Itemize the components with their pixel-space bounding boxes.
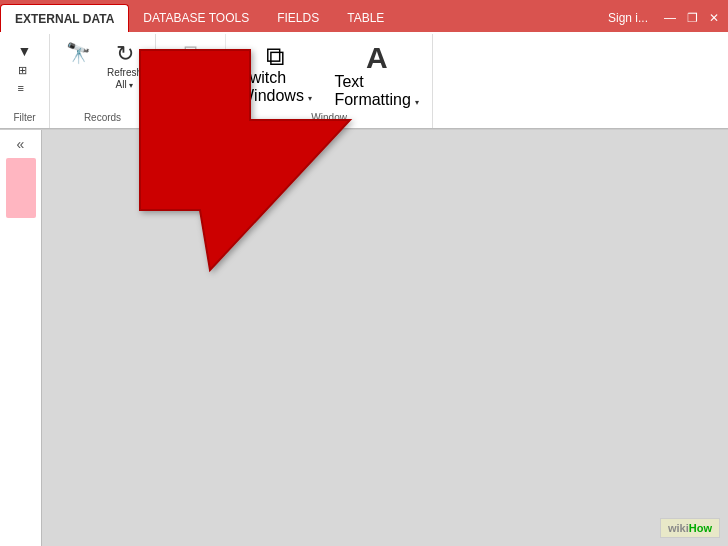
text-format-icon: A — [366, 43, 388, 73]
window-group-label: Window — [311, 112, 347, 126]
wikihow-suffix: How — [689, 522, 712, 534]
restore-button[interactable]: ❐ — [682, 9, 702, 27]
filter-buttons: ▼ ⊞ ≡ — [17, 36, 33, 112]
main-content — [42, 130, 728, 546]
switch-windows-icon: ⧉ — [266, 43, 285, 69]
content-area: « — [0, 130, 728, 546]
refresh-label: RefreshAll ▾ — [107, 67, 142, 91]
text-format-label: TextFormatting ▾ — [334, 73, 419, 109]
tab-database-tools[interactable]: DATABASE TOOLS — [129, 4, 263, 32]
records-buttons: 🔭 ↻ RefreshAll ▾ — [58, 36, 147, 112]
window-buttons: ⧉ SwitchWindows ▾ A TextFormatting ▾ — [234, 36, 424, 112]
wikihow-prefix: wiki — [668, 522, 689, 534]
left-sidebar: « — [0, 130, 42, 546]
window-controls: — ❐ ✕ — [656, 4, 728, 32]
signin-button[interactable]: Sign i... — [600, 4, 656, 32]
sidebar-collapse-button[interactable]: « — [15, 134, 27, 154]
filter-secondary-icon[interactable]: ⊞ — [17, 63, 28, 78]
refresh-all-button[interactable]: ↻ RefreshAll ▾ — [102, 40, 147, 94]
ribbon-container: EXTERNAL DATA DATABASE TOOLS FIELDS TABL… — [0, 0, 728, 130]
find-button[interactable]: 🔭 — [58, 40, 98, 68]
filter-tertiary-icon[interactable]: ≡ — [17, 81, 25, 95]
filter-icon-row: ▼ — [17, 42, 33, 60]
minimize-button[interactable]: — — [660, 9, 680, 27]
filter-tertiary-row: ≡ — [17, 81, 33, 95]
text-formatting-button[interactable]: A TextFormatting ▾ — [329, 40, 424, 112]
records-group-label: Records — [84, 112, 121, 126]
ribbon-content: ▼ ⊞ ≡ Filter 🔭 — [0, 32, 728, 129]
size-to-fit-button[interactable]: ⊡ Size toit Form — [170, 40, 211, 90]
tab-spacer — [398, 4, 600, 32]
tab-external-data[interactable]: EXTERNAL DATA — [0, 4, 129, 32]
refresh-icon: ↻ — [116, 43, 134, 65]
filter-icon[interactable]: ▼ — [17, 42, 33, 60]
ribbon-group-records: 🔭 ↻ RefreshAll ▾ Records — [50, 34, 156, 128]
ribbon-group-window: ⧉ SwitchWindows ▾ A TextFormatting ▾ Win… — [226, 34, 433, 128]
tab-fields[interactable]: FIELDS — [263, 4, 333, 32]
filter-group-label: Filter — [13, 112, 35, 126]
tab-table[interactable]: TABLE — [333, 4, 398, 32]
size-buttons: ⊡ Size toit Form — [170, 36, 211, 123]
tab-bar: EXTERNAL DATA DATABASE TOOLS FIELDS TABL… — [0, 0, 728, 32]
filter-secondary-row: ⊞ — [17, 63, 33, 78]
ribbon-group-size: ⊡ Size toit Form — [156, 34, 226, 128]
size-icon: ⊡ — [183, 43, 198, 61]
switch-windows-label: SwitchWindows ▾ — [239, 69, 312, 105]
wikihow-badge: wikiHow — [660, 518, 720, 538]
size-label: Size toit Form — [175, 63, 206, 87]
sidebar-nav-item — [6, 158, 36, 218]
binoculars-icon: 🔭 — [66, 43, 91, 63]
close-button[interactable]: ✕ — [704, 9, 724, 27]
ribbon-group-filter: ▼ ⊞ ≡ Filter — [0, 34, 50, 128]
switch-windows-button[interactable]: ⧉ SwitchWindows ▾ — [234, 40, 317, 108]
